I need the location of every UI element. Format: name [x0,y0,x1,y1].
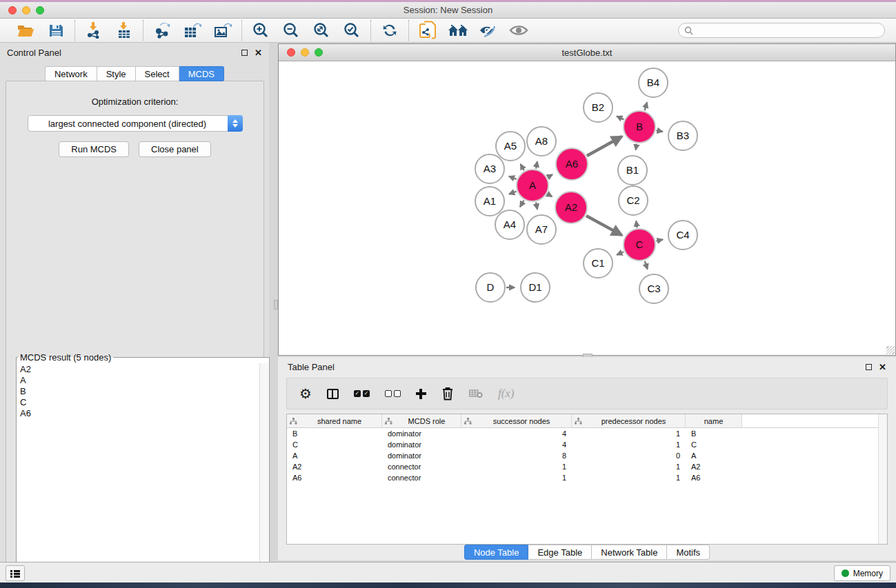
graph-node-C1[interactable]: C1 [584,249,613,278]
tab-edge-table[interactable]: Edge Table [528,545,592,560]
graph-node-B2[interactable]: B2 [584,93,613,122]
graph-edge-B-B4[interactable] [644,103,647,111]
tab-style[interactable]: Style [97,66,136,81]
graph-node-A1[interactable]: A1 [475,187,504,216]
close-panel-icon[interactable]: ✕ [255,48,262,57]
search-input[interactable] [696,26,879,35]
graph-edge-B-B2[interactable] [617,116,624,120]
graph-node-A5[interactable]: A5 [496,132,525,161]
mcds-result-item[interactable]: A [20,375,259,386]
graph-edge-A-A2[interactable] [548,194,552,196]
graph-edge-B-B1[interactable] [636,144,637,150]
import-network-button[interactable] [83,21,104,40]
graph-node-B4[interactable]: B4 [639,68,668,97]
close-table-panel-icon[interactable]: ✕ [879,363,886,372]
add-column-button[interactable] [416,383,426,404]
column-header-shared-name[interactable]: shared name [287,414,382,427]
open-file-button[interactable] [15,21,36,40]
deselect-all-button[interactable] [385,383,401,404]
graph-node-C[interactable]: C [624,229,655,261]
graph-edge-C-C4[interactable] [656,240,662,241]
zoom-selected-button[interactable] [341,21,362,40]
mcds-result-item[interactable]: C [20,397,259,408]
toggle-column-view-button[interactable] [327,383,339,404]
graph-node-C2[interactable]: C2 [619,186,648,215]
graph-node-A6[interactable]: A6 [556,148,588,180]
table-row[interactable]: Bdominator41B [287,428,887,439]
run-mcds-button[interactable]: Run MCDS [59,141,129,157]
graph-edge-A-A6[interactable] [548,174,552,177]
graph-edge-A-A5[interactable] [521,164,524,170]
graph-node-A3[interactable]: A3 [475,154,504,183]
graph-edge-C-C1[interactable] [617,252,624,254]
graph-node-A8[interactable]: A8 [527,127,556,156]
column-header-MCDS-role[interactable]: MCDS role [382,414,461,427]
refresh-view-button[interactable] [379,21,400,40]
window-resize-grip[interactable] [886,346,895,354]
graph-edge-A-A3[interactable] [509,176,517,179]
graph-node-A7[interactable]: A7 [527,215,556,244]
mcds-result-item[interactable]: A2 [20,364,259,375]
graph-node-A[interactable]: A [517,170,548,201]
tab-select[interactable]: Select [136,66,179,81]
graph-edge-A-A8[interactable] [536,161,537,168]
network-canvas[interactable]: B4B2BB3B1A5A8A6A3AC2A1A2A4A7C4CC1DD1C3 [279,61,895,355]
table-row[interactable]: Cdominator41C [287,439,887,450]
result-list-scrollbar[interactable] [259,363,268,585]
criterion-dropdown[interactable]: largest connected component (directed) [28,115,243,132]
tab-node-table[interactable]: Node Table [464,545,529,560]
graph-edge-B-B3[interactable] [656,130,662,132]
graph-node-A4[interactable]: A4 [495,210,524,239]
mcds-result-item[interactable]: B [20,386,259,397]
tab-motifs[interactable]: Motifs [667,545,710,560]
graph-node-A2[interactable]: A2 [555,192,587,223]
table-scrollbar[interactable] [878,414,887,544]
export-network-button[interactable] [152,21,172,40]
delete-table-button[interactable] [469,383,483,404]
graph-node-C4[interactable]: C4 [668,221,697,250]
graph-edge-A2-C[interactable] [586,216,622,235]
hide-annotations-button[interactable] [478,21,499,40]
tab-network-table[interactable]: Network Table [592,545,667,560]
home-view-button[interactable] [448,21,468,40]
graph-node-B1[interactable]: B1 [618,156,647,185]
zoom-fit-button[interactable] [311,21,332,40]
float-table-panel-icon[interactable] [866,364,872,370]
zoom-out-button[interactable] [281,21,301,40]
graph-node-D1[interactable]: D1 [521,273,550,302]
export-image-button[interactable] [212,21,233,40]
zoom-in-button[interactable] [250,21,271,40]
task-history-button[interactable] [6,565,25,581]
graph-edge-A-A4[interactable] [520,201,524,207]
mcds-result-item[interactable]: A6 [20,408,259,419]
export-table-button[interactable] [182,21,203,40]
graph-node-B[interactable]: B [624,111,655,143]
search-field[interactable] [678,23,885,38]
save-session-button[interactable] [46,21,66,40]
show-annotations-button[interactable] [508,21,529,40]
table-row[interactable]: A6connector11A6 [287,472,887,483]
graph-edge-A-A1[interactable] [509,192,516,194]
delete-column-button[interactable] [441,383,454,404]
table-row[interactable]: A2connector11A2 [287,461,887,472]
graph-edge-A-A7[interactable] [536,202,537,209]
table-row[interactable]: Adominator80A [287,450,887,461]
float-panel-icon[interactable] [241,50,248,56]
close-panel-button[interactable]: Close panel [139,141,211,157]
column-header-predecessor-nodes[interactable]: predecessor nodes [572,414,686,427]
column-header-successor-nodes[interactable]: successor nodes [461,414,572,427]
graph-edge-A6-B[interactable] [587,136,622,156]
graph-node-C3[interactable]: C3 [639,274,668,303]
column-header-name[interactable]: name [686,414,742,427]
select-all-button[interactable]: ✓✓ [354,383,370,404]
tab-network[interactable]: Network [45,66,97,81]
table-settings-button[interactable]: ⚙ [299,383,312,404]
split-pane-handle-vertical[interactable] [274,300,278,310]
memory-button[interactable]: Memory [834,565,890,581]
function-builder-button[interactable]: f(x) [498,383,515,404]
graph-edge-C-C3[interactable] [645,261,648,270]
graph-node-B3[interactable]: B3 [668,121,697,150]
graph-node-D[interactable]: D [476,273,505,302]
import-table-button[interactable] [114,21,135,40]
open-session-button[interactable] [417,21,438,40]
